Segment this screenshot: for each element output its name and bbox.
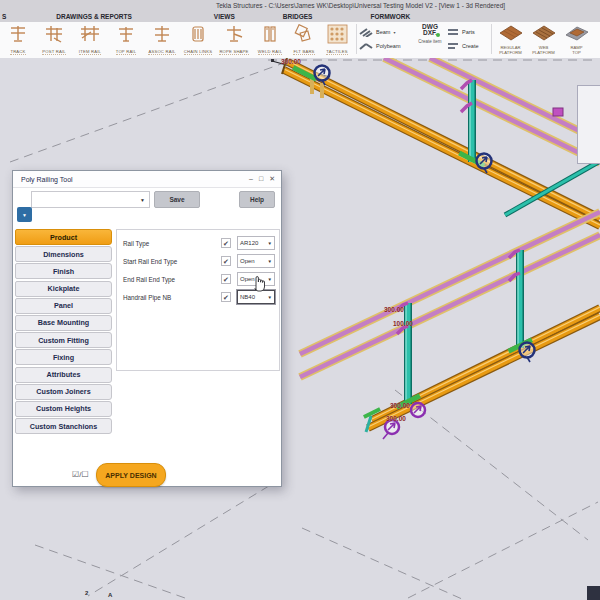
grid-label-a: A xyxy=(108,592,112,598)
chain-links-icon xyxy=(187,24,209,48)
chevron-down-icon: ▼ xyxy=(268,295,272,300)
tab-kickplate[interactable]: Kickplate xyxy=(15,281,112,297)
tab-finish[interactable]: Finish xyxy=(15,263,112,279)
ribbon-separator xyxy=(491,24,492,54)
ribbon-parts-group: Parts Create xyxy=(447,22,489,53)
railing-post-icon xyxy=(43,24,65,48)
menu-item-drawings-reports[interactable]: DRAWINGS & REPORTS xyxy=(56,13,131,20)
chevron-down-icon: ▼ xyxy=(268,259,272,264)
create-icon xyxy=(447,41,459,52)
chevron-down-icon[interactable]: ▾ xyxy=(393,30,395,35)
window-title: Tekla Structures - C:\Users\James WK\Des… xyxy=(216,2,505,9)
form-row-start-rail-end: Start Rail End Type ✔ Open▼ xyxy=(117,253,279,269)
dial-icon xyxy=(383,420,399,439)
help-button[interactable]: Help xyxy=(239,191,275,208)
menu-item-bridges[interactable]: BRIDGES xyxy=(283,13,313,20)
ribbon-beam-group: Beam ▾ Polybeam xyxy=(359,22,413,53)
dial-icon xyxy=(411,403,425,417)
tab-attributes[interactable]: Attributes xyxy=(15,367,112,383)
tab-custom-heights[interactable]: Custom Heights xyxy=(15,401,112,417)
tab-product[interactable]: Product xyxy=(15,229,112,245)
web-platform-icon xyxy=(531,24,557,45)
form-row-rail-type: Rail Type ✔ AR120▼ xyxy=(117,235,279,251)
ribbon-tool-regular-platform[interactable]: REGULAR PLATFORM xyxy=(494,22,527,55)
tab-dimensions[interactable]: Dimensions xyxy=(15,246,112,262)
menu-item-formwork[interactable]: FORMWORK xyxy=(370,13,410,20)
rope-shape-icon xyxy=(223,24,245,48)
tab-custom-joiners[interactable]: Custom Joiners xyxy=(15,384,112,400)
ribbon-tool-post-rail[interactable]: POST RAIL xyxy=(36,22,72,58)
side-panel-sliver[interactable] xyxy=(577,85,600,164)
handrail-pipe-select[interactable]: NB40▼ xyxy=(237,290,275,304)
menu-item-views[interactable]: VIEWS xyxy=(214,13,235,20)
ribbon-tool-parts[interactable]: Parts xyxy=(447,25,489,39)
polybeam-icon xyxy=(359,41,373,52)
tab-custom-fitting[interactable]: Custom Fitting xyxy=(15,332,112,348)
save-button[interactable]: Save xyxy=(154,191,200,208)
tactiles-grid-icon xyxy=(326,24,348,48)
weld-rail-icon xyxy=(259,24,281,48)
status-dot-icon xyxy=(436,33,440,37)
ribbon-tool-top-rail[interactable]: TOP RAIL xyxy=(108,22,144,58)
ribbon-tool-track[interactable]: TRACK xyxy=(0,22,36,58)
ribbon-toolbar: TRACK POST RAIL ITEM RAIL TOP RAIL ASSOC… xyxy=(0,22,600,59)
ribbon-tool-create[interactable]: Create xyxy=(447,39,489,53)
settings-combobox[interactable]: ▼ xyxy=(31,191,150,208)
maximize-icon[interactable]: □ xyxy=(259,175,263,183)
stanchion-post xyxy=(518,250,520,348)
beam-icon xyxy=(359,27,373,38)
ribbon-tool-web-platform[interactable]: WEB PLATFORM xyxy=(527,22,560,55)
tab-base-mounting[interactable]: Base Mounting xyxy=(15,315,112,331)
window-titlebar: Tekla Structures - C:\Users\James WK\Des… xyxy=(0,0,600,10)
ribbon-tool-chain-links[interactable]: CHAIN LINKS xyxy=(180,22,216,58)
menu-item-partial[interactable]: S xyxy=(2,13,6,20)
dimension-label: 300.00 xyxy=(386,415,406,422)
ribbon-tool-tactiles[interactable]: TACTILES xyxy=(320,22,354,58)
ribbon-tool-ramp-top[interactable]: RAMP TOP xyxy=(560,22,593,55)
ramp-top-icon xyxy=(564,24,590,45)
view-toggle-checkboxes[interactable]: ☑/☐ xyxy=(72,470,89,479)
ribbon-separator xyxy=(356,24,357,54)
dialog-tab-list: Product Dimensions Finish Kickplate Pane… xyxy=(15,229,112,435)
tab-custom-stanchions[interactable]: Custom Stanchions xyxy=(15,418,112,434)
minimize-icon[interactable]: – xyxy=(249,175,253,183)
expand-button[interactable]: ▼ xyxy=(17,207,32,222)
mouse-cursor-hand xyxy=(251,272,267,292)
ribbon-tool-polybeam[interactable]: Polybeam xyxy=(359,39,413,53)
rail-type-select[interactable]: AR120▼ xyxy=(237,236,275,250)
ribbon-tool-assoc-rail[interactable]: ASSOC RAIL xyxy=(144,22,180,58)
tab-fixing[interactable]: Fixing xyxy=(15,349,112,365)
railing-track-icon xyxy=(7,24,29,48)
railing-assoc-icon xyxy=(151,24,173,48)
ribbon-tool-dwg-dxf[interactable]: DWG DXF. Create item xyxy=(413,22,447,44)
fitting-marker xyxy=(553,108,563,116)
grid-label-2: 2 xyxy=(85,590,88,596)
stanchion-post xyxy=(470,80,472,162)
start-rail-end-select[interactable]: Open▼ xyxy=(237,254,275,268)
ribbon-tool-weld-rail[interactable]: WELD RAIL xyxy=(252,22,288,58)
start-rail-end-checkbox[interactable]: ✔ xyxy=(221,256,231,266)
poly-railing-tool-dialog: Poly Railing Tool – □ ✕ ▼ Save Help ▼ Pr… xyxy=(12,170,282,487)
dimension-label: 100.00 xyxy=(393,320,413,327)
regular-platform-icon xyxy=(498,24,524,45)
railing-top-icon xyxy=(115,24,137,48)
railing-item-icon xyxy=(79,24,101,48)
menu-bar: S DRAWINGS & REPORTS VIEWS BRIDGES FORMW… xyxy=(0,10,600,22)
chevron-down-icon: ▼ xyxy=(268,241,272,246)
tab-panel[interactable]: Panel xyxy=(15,298,112,314)
dialog-title: Poly Railing Tool xyxy=(21,176,73,183)
handrail-upper-run[interactable] xyxy=(384,58,600,163)
ribbon-tool-item-rail[interactable]: ITEM RAIL xyxy=(72,22,108,58)
dimension-label: 300.00 xyxy=(384,306,404,313)
stanchion-post xyxy=(406,303,408,404)
ribbon-tool-rope-shape[interactable]: ROPE SHAPE xyxy=(216,22,252,58)
corner-widget[interactable] xyxy=(587,586,600,600)
close-icon[interactable]: ✕ xyxy=(269,175,275,183)
apply-design-button[interactable]: APPLY DESIGN xyxy=(96,463,166,487)
ribbon-tool-beam[interactable]: Beam ▾ xyxy=(359,25,413,39)
handrail-pipe-checkbox[interactable]: ✔ xyxy=(221,292,231,302)
dialog-titlebar[interactable]: Poly Railing Tool – □ ✕ xyxy=(13,171,281,188)
end-rail-end-checkbox[interactable]: ✔ xyxy=(221,274,231,284)
ribbon-tool-flt-bars[interactable]: FLT BARS xyxy=(288,22,320,58)
rail-type-checkbox[interactable]: ✔ xyxy=(221,238,231,248)
